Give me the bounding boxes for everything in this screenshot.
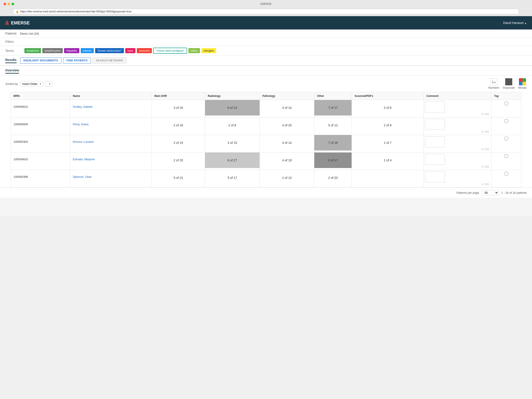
cell-other[interactable]: 2 of 20 — [314, 170, 352, 188]
cell-tag — [491, 117, 521, 135]
patient-name-link[interactable]: Estrada, Marjorie — [73, 158, 95, 161]
cell-pathology[interactable]: 4 of 20 — [260, 117, 314, 135]
cell-comment: 0 / 255 — [424, 135, 491, 152]
cell-main-ehr[interactable]: 3 of 16 — [152, 100, 205, 117]
cell-other[interactable]: 7 of 16 — [314, 135, 352, 152]
comment-counter: 0 / 255 — [425, 147, 490, 151]
pathology-count: 2 of 13 — [282, 176, 292, 180]
patient-name-link[interactable]: Perry, Kiana — [73, 123, 89, 126]
cell-scanned[interactable]: 2 of 6 — [352, 100, 424, 117]
patient-list-label[interactable]: Demo List (16) — [20, 32, 39, 35]
term-tag-bowel-obstruction[interactable]: "bowel obstruction" — [95, 48, 124, 53]
logo-icon: à — [5, 19, 9, 26]
comment-textarea[interactable] — [425, 119, 445, 130]
minimize-dot[interactable] — [7, 3, 10, 5]
cell-other[interactable]: 7 of 17 — [314, 100, 352, 117]
cell-pathology[interactable]: 2 of 13 — [260, 170, 314, 188]
cell-radiology[interactable]: 3 of 15 — [205, 135, 260, 152]
cell-mrn: 100004810 — [11, 152, 70, 170]
radiology-count: 6 of 27 — [228, 158, 237, 162]
comment-textarea[interactable] — [425, 101, 445, 112]
row-checkbox[interactable] — [505, 102, 508, 105]
browser-titlebar: EMERSE — [0, 0, 532, 8]
cell-pathology[interactable]: 3 of 14 — [260, 100, 314, 117]
cell-pathology[interactable]: 4 of 14 — [260, 135, 314, 152]
overview-tab[interactable]: Overview — [5, 69, 19, 74]
row-checkbox[interactable] — [505, 154, 508, 158]
cell-scanned[interactable] — [352, 170, 424, 188]
scanned-count: 1 of 4 — [384, 158, 392, 162]
term-tag-seizures[interactable]: seizures — [137, 48, 152, 53]
term-tag-reflux[interactable]: reflux — [188, 48, 200, 53]
patients-nav: Patients Demo List (16) — [0, 30, 532, 38]
row-checkbox[interactable] — [505, 137, 508, 140]
cell-main-ehr[interactable]: 2 of 15 — [152, 135, 205, 152]
maximize-dot[interactable] — [12, 3, 14, 5]
logo: à EMERSE — [5, 19, 30, 26]
term-tag-lymphocytes[interactable]: lymphocytes — [42, 48, 63, 53]
browser-addressbar[interactable]: 🔒 https://dev-emerse.med.umich.edu/emers… — [13, 9, 519, 14]
radiology-count: 3 of 15 — [228, 141, 237, 145]
term-tag-cancer[interactable]: cancer — [81, 48, 94, 53]
filters-label: Filters — [5, 40, 23, 44]
comment-textarea[interactable] — [425, 136, 445, 147]
second-sort-select[interactable] — [45, 81, 52, 87]
cell-radiology[interactable]: 2 of 8 — [205, 117, 260, 135]
cell-radiology[interactable]: 5 of 17 — [205, 170, 260, 188]
row-checkbox[interactable] — [505, 172, 508, 175]
cell-comment: 0 / 255 — [424, 152, 491, 170]
mosaic-blue — [519, 82, 522, 85]
numbers-view-option[interactable]: 1₂₃ Numbers — [488, 78, 499, 89]
comment-textarea[interactable] — [425, 171, 445, 183]
cell-main-ehr[interactable]: 5 of 21 — [152, 170, 205, 188]
scanned-count: 2 of 6 — [384, 123, 392, 127]
grayscale-view-option[interactable]: Grayscale — [503, 78, 515, 89]
cell-tag — [491, 170, 521, 188]
cell-name: Spencer, Lilian — [70, 170, 152, 188]
table-controls: Sorted by: Insert Order Name MRN 1₂₃ — [0, 76, 532, 92]
mosaic-view-option[interactable]: Mosaic — [518, 78, 527, 89]
term-tag-lasix[interactable]: lasix — [125, 48, 135, 53]
search-network-button[interactable]: SEARCH NETWORK — [93, 57, 127, 64]
cell-comment: 0 / 255 — [424, 117, 491, 135]
cell-radiology[interactable]: 6 of 27 — [205, 152, 260, 170]
find-patients-button[interactable]: FIND PATIENTS — [63, 57, 91, 64]
cell-scanned[interactable]: 2 of 6 — [352, 117, 424, 135]
per-page-label: Patients per page — [456, 191, 479, 194]
cell-mrn: 100006810 — [11, 100, 70, 117]
mosaic-label: Mosaic — [518, 86, 527, 89]
cell-radiology[interactable]: 6 of 14 — [205, 100, 260, 117]
patient-name-link[interactable]: Kimura, Luciano — [73, 140, 94, 143]
pagination-info: 1 - 16 of 16 patients — [501, 191, 527, 194]
user-menu[interactable]: David Hanauer — [503, 21, 527, 25]
comment-textarea[interactable] — [425, 154, 445, 165]
close-dot[interactable] — [4, 3, 6, 5]
col-pathology: Pathology — [260, 92, 314, 100]
term-tag-treatment[interactable]: treatment — [24, 48, 41, 53]
cell-other[interactable]: 5 of 12 — [314, 117, 352, 135]
radiology-count: 5 of 17 — [228, 176, 237, 180]
row-checkbox[interactable] — [505, 119, 508, 123]
term-tag-hepatitis[interactable]: hepatitis — [64, 48, 79, 53]
cell-main-ehr[interactable]: 2 of 20 — [152, 152, 205, 170]
term-tag-mitral-valve[interactable]: "mitral valve prolapse" — [153, 48, 187, 54]
scanned-count: 1 of 7 — [384, 141, 392, 145]
terms-label: Terms — [5, 49, 23, 52]
sort-select[interactable]: Insert Order Name MRN — [20, 81, 43, 87]
lock-icon: 🔒 — [16, 10, 19, 13]
cell-main-ehr[interactable]: 2 of 16 — [152, 117, 205, 135]
radiology-count: 2 of 8 — [228, 123, 236, 127]
cell-pathology[interactable]: 4 of 19 — [260, 152, 314, 170]
other-count: 7 of 16 — [328, 141, 338, 145]
patient-name-link[interactable]: Dudley, Gabriel — [73, 105, 92, 108]
per-page-select[interactable]: 50 25 100 — [482, 190, 499, 196]
term-tag-shingles[interactable]: shingles — [201, 48, 216, 53]
cell-scanned[interactable]: 1 of 7 — [352, 135, 424, 152]
patient-name-link[interactable]: Spencer, Lilian — [73, 175, 92, 178]
cell-name: Estrada, Marjorie — [70, 152, 152, 170]
table-body: 100006810 Dudley, Gabriel 3 of 16 6 of 1… — [11, 100, 521, 188]
cell-scanned[interactable]: 1 of 4 — [352, 152, 424, 170]
results-label[interactable]: Results — [5, 58, 17, 63]
highlight-documents-button[interactable]: HIGHLIGHT DOCUMENTS — [20, 57, 61, 64]
cell-other[interactable]: 9 of 17 — [314, 152, 352, 170]
